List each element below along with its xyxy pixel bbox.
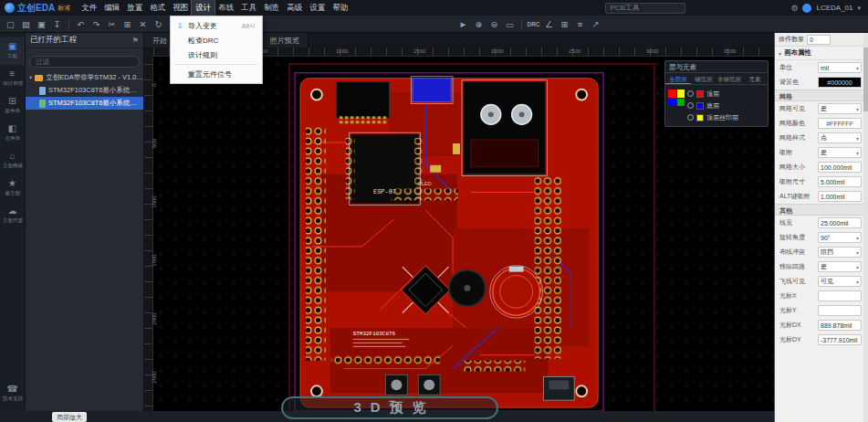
operation-count-value[interactable]: 0 (807, 35, 831, 45)
pin-icon[interactable]: ⚑ (132, 37, 139, 45)
pcb-canvas[interactable]: 0 500 1000 1500 2000 2500 3000 3500 0 50… (144, 47, 774, 422)
menu-settings[interactable]: 设置 (306, 0, 329, 16)
grid-visible-select[interactable]: 是 (818, 103, 862, 114)
properties-title-row[interactable]: ▾ 画布属性 (775, 47, 868, 60)
measure-tool-icon[interactable]: ∠ (542, 17, 556, 31)
username[interactable]: LCEDA_01 (816, 4, 852, 12)
ratline-visible-select[interactable]: 可见 (818, 276, 862, 287)
layer-row-top-silk[interactable]: 顶层丝印层 (687, 111, 765, 123)
snap-select[interactable]: 是 (818, 147, 862, 158)
open-project-icon[interactable]: ▤ (19, 17, 33, 31)
redo-icon[interactable]: ↷ (89, 17, 103, 31)
cut-icon[interactable]: ✂ (105, 17, 119, 31)
user-menu-caret-icon[interactable]: ▾ (857, 5, 861, 12)
layer-color-chip[interactable] (696, 102, 704, 110)
rail-item-lcsc-mall[interactable]: ⌂ 立创商城 (0, 147, 25, 174)
cursor-dx-value[interactable]: 889.878mil (818, 320, 862, 331)
new-file-icon[interactable]: ▢ (4, 17, 17, 31)
eye-icon[interactable] (687, 114, 694, 121)
menu-place[interactable]: 放置 (123, 0, 146, 16)
layers-tab-noncopper[interactable]: 非铜箔层 (716, 73, 742, 84)
cursor-dy-value[interactable]: -3777.910mil (818, 334, 862, 345)
3d-preview-button[interactable]: 3D预览 (281, 396, 498, 419)
delete-icon[interactable]: ✕ (136, 17, 150, 31)
eye-icon[interactable] (687, 102, 694, 109)
layer-color-chip[interactable] (696, 114, 704, 121)
project-filter-input[interactable] (29, 56, 140, 68)
section-grid[interactable]: 网格 (775, 90, 868, 101)
partial-zoom-button[interactable]: 局部放大 (52, 412, 87, 422)
layer-row-top[interactable]: 顶层 (687, 88, 765, 100)
remove-loop-select[interactable]: 是 (818, 261, 862, 272)
menu-edit[interactable]: 编辑 (100, 0, 123, 16)
layers-tab-all[interactable]: 全部层 (665, 73, 691, 84)
route-conflict-select[interactable]: 阻挡 (818, 247, 862, 258)
cursor-y-value[interactable] (818, 305, 862, 316)
refresh-icon[interactable]: ↻ (152, 17, 165, 31)
section-other[interactable]: 其他 (775, 204, 868, 216)
menu-item-import-changes[interactable]: ⇩ 导入变更 Alt+I (171, 18, 262, 33)
layers-panel-title[interactable]: 层与元素 (665, 61, 768, 73)
layers-tab-copper[interactable]: 铜箔层 (691, 73, 716, 84)
menu-advanced[interactable]: 高级 (283, 0, 306, 16)
rail-item-jlc[interactable]: ★ 嘉立创 (0, 174, 25, 202)
zoom-in-icon[interactable]: ⊕ (472, 17, 486, 31)
layers-tab-elements[interactable]: 元素 (742, 73, 768, 84)
select-tool-icon[interactable]: ► (456, 17, 470, 31)
menu-item-reset-designators[interactable]: 重置元件位号 (171, 67, 262, 81)
zoom-fit-icon[interactable]: ▭ (503, 17, 517, 31)
grid-setting-icon[interactable]: ⊞ (558, 17, 571, 31)
user-avatar[interactable] (802, 4, 811, 13)
props-scrollbar[interactable] (863, 33, 868, 422)
snap-size-input[interactable]: 5.000mil (818, 176, 862, 187)
tree-node-pcb[interactable]: STM32F103C8T6最小系统板_PCB (26, 97, 143, 110)
import-icon[interactable]: ↧ (50, 17, 64, 31)
rail-item-device-library[interactable]: ⊞ 器件库 (0, 92, 25, 120)
grid-size-input[interactable]: 100.000mil (818, 162, 862, 173)
grid-style-select[interactable]: 点 (818, 132, 862, 143)
tree-expand-icon[interactable]: ▾ (29, 74, 32, 81)
layer-color-chip[interactable] (696, 90, 704, 98)
share-icon[interactable]: ↗ (589, 17, 602, 31)
drc-check-icon[interactable]: DRC (527, 17, 540, 31)
copy-icon[interactable]: ⊞ (120, 17, 134, 31)
menu-item-check-drc[interactable]: 检查DRC (171, 33, 262, 47)
rotation-select[interactable]: 90° (818, 232, 862, 243)
rail-label: 元件库 (5, 135, 20, 142)
menu-design[interactable]: 设计 (192, 0, 214, 16)
menu-view[interactable]: 视图 (169, 0, 192, 16)
layer-row-bottom[interactable]: 底层 (687, 100, 765, 111)
background-color-swatch[interactable]: #000000 (818, 77, 862, 88)
menu-file[interactable]: 文件 (78, 0, 100, 16)
rail-item-component-library[interactable]: ◧ 元件库 (0, 120, 25, 147)
alt-snap-input[interactable]: 1.000mil (818, 191, 862, 202)
unit-select[interactable]: mil (818, 62, 862, 73)
save-icon[interactable]: ▣ (35, 17, 48, 31)
collapse-caret-icon[interactable]: ▾ (779, 50, 781, 57)
tree-node-project[interactable]: ▾ 立创EDA带你学STM32 - V1.0 - (OSHWHub... (26, 71, 143, 84)
layer-manager-icon[interactable]: ≡ (573, 17, 587, 31)
pcb-tools-search-input[interactable] (605, 3, 685, 14)
eye-icon[interactable] (687, 90, 694, 97)
menu-route[interactable]: 布线 (214, 0, 237, 16)
rail-item-tech-support[interactable]: ☎ 技术支持 (0, 380, 25, 407)
rail-item-project[interactable]: ▣ 工程 (0, 37, 25, 65)
track-width-input[interactable]: 25.000mil (818, 217, 862, 228)
menu-format[interactable]: 格式 (146, 0, 169, 16)
grid-color-swatch[interactable]: #FFFFFF (818, 118, 862, 129)
undo-icon[interactable]: ↶ (74, 17, 88, 31)
menu-tools[interactable]: 工具 (237, 0, 260, 16)
layer-color-grid-icon[interactable] (668, 90, 685, 106)
rail-item-design-manager[interactable]: ≡ 设计管理 (0, 65, 25, 92)
gear-icon[interactable]: ⚙ (790, 4, 798, 13)
menu-help[interactable]: 帮助 (329, 0, 351, 16)
menu-item-design-rules[interactable]: 设计规则 (171, 47, 262, 62)
app-logo[interactable]: 立创EDA 标准 (5, 2, 70, 15)
zoom-out-icon[interactable]: ⊖ (487, 17, 501, 31)
tab-photo-preview[interactable]: 照片预览 (262, 33, 309, 47)
menu-fabrication[interactable]: 制造 (260, 0, 283, 16)
rail-item-oshw-platform[interactable]: ☁ 立创开源 (0, 202, 25, 229)
props-scrollbar-thumb[interactable] (863, 47, 868, 111)
tree-node-schematic[interactable]: STM32F103C8T6最小系统板_Sch (26, 84, 143, 97)
cursor-x-value[interactable] (818, 290, 862, 301)
